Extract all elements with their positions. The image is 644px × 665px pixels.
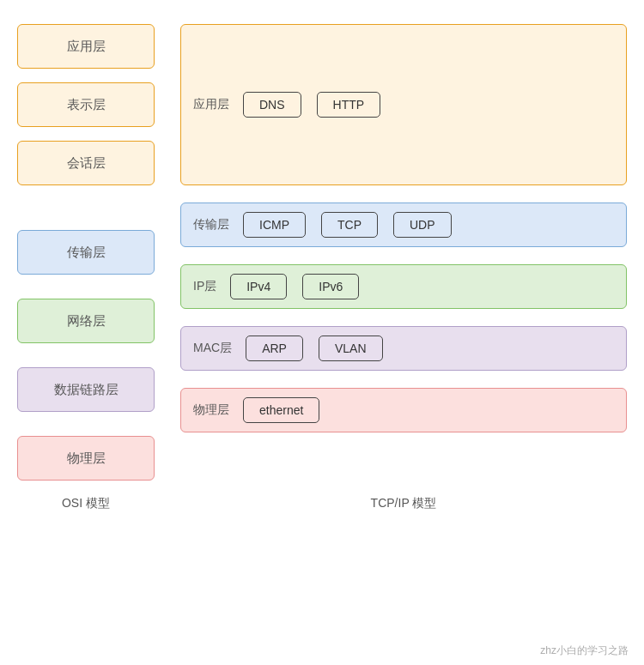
tcpip-network-label: IP层 — [193, 279, 216, 294]
proto-udp: UDP — [393, 212, 452, 238]
tcpip-datalink-protocols: ARP VLAN — [246, 336, 382, 361]
tcpip-datalink-label: MAC层 — [193, 341, 232, 356]
tcpip-layer-network: IP层 IPv4 IPv6 — [180, 264, 627, 309]
proto-ipv4: IPv4 — [230, 274, 287, 299]
osi-layer-network: 网络层 — [17, 299, 155, 343]
tcpip-title: TCP/IP 模型 — [180, 496, 627, 511]
osi-layer-transport: 传输层 — [17, 230, 155, 275]
proto-arp: ARP — [246, 336, 303, 361]
tcpip-network-protocols: IPv4 IPv6 — [230, 274, 359, 299]
footer: OSI 模型 TCP/IP 模型 — [0, 489, 644, 511]
osi-layer-datalink: 数据链路层 — [17, 367, 155, 412]
proto-ethernet: ethernet — [243, 397, 319, 423]
tcpip-layer-application: 应用层 DNS HTTP — [180, 24, 627, 185]
tcpip-app-label: 应用层 — [193, 97, 229, 112]
osi-layer-presentation: 表示层 — [17, 82, 155, 127]
osi-column: 应用层 表示层 会话层 传输层 网络层 数据链路层 物理层 — [17, 15, 155, 481]
tcpip-physical-label: 物理层 — [193, 402, 229, 418]
tcpip-physical-protocols: ethernet — [243, 397, 319, 423]
proto-ipv6: IPv6 — [302, 274, 359, 299]
osi-layer-physical: 物理层 — [17, 436, 155, 481]
osi-layer-application: 应用层 — [17, 24, 155, 69]
tcpip-transport-label: 传输层 — [193, 217, 229, 233]
brand-label: zhz小白的学习之路 — [540, 644, 629, 658]
proto-tcp: TCP — [321, 212, 378, 238]
osi-title: OSI 模型 — [17, 496, 155, 511]
proto-dns: DNS — [243, 92, 301, 118]
tcpip-layer-physical: 物理层 ethernet — [180, 388, 627, 432]
main-container: 应用层 表示层 会话层 传输层 网络层 数据链路层 物理层 应用层 DNS — [0, 0, 644, 489]
tcpip-layer-datalink: MAC层 ARP VLAN — [180, 326, 627, 371]
proto-http: HTTP — [317, 92, 381, 118]
tcpip-transport-protocols: ICMP TCP UDP — [243, 212, 452, 238]
proto-icmp: ICMP — [243, 212, 306, 238]
proto-vlan: VLAN — [319, 336, 383, 361]
osi-layer-session: 会话层 — [17, 141, 155, 185]
tcpip-layer-transport: 传输层 ICMP TCP UDP — [180, 203, 627, 247]
tcpip-app-protocols: DNS HTTP — [243, 92, 380, 118]
tcpip-column: 应用层 DNS HTTP 传输层 ICMP TCP — [180, 15, 627, 481]
